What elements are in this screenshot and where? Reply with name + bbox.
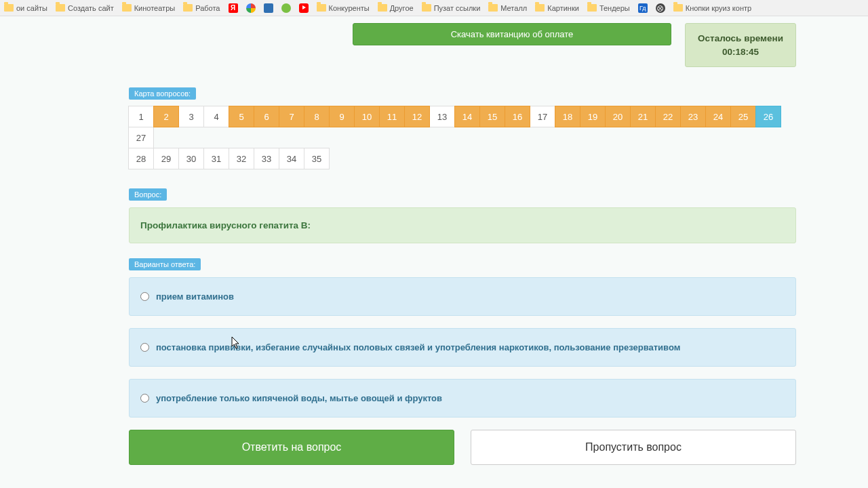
folder-icon	[587, 4, 597, 12]
bookmark-item[interactable]	[299, 3, 309, 13]
question-cell-7[interactable]: 7	[279, 106, 304, 127]
bookmarks-bar: ои сайтыСоздать сайтКинотеатрыРаботаЯКон…	[0, 0, 868, 16]
question-cell-30[interactable]: 30	[178, 148, 204, 169]
question-cell-2[interactable]: 2	[153, 106, 179, 127]
folder-icon	[488, 4, 498, 12]
bookmark-label: Металл	[500, 4, 527, 12]
bookmark-item[interactable]: Пузат ссылки	[422, 4, 481, 12]
question-cell-20[interactable]: 20	[605, 106, 631, 127]
bookmark-item[interactable]: ⨂	[656, 3, 665, 13]
answer-radio[interactable]	[140, 394, 149, 403]
bookmark-item[interactable]: Кинотеатры	[122, 4, 175, 12]
question-cell-29[interactable]: 29	[153, 148, 179, 169]
question-cell-17[interactable]: 17	[530, 106, 555, 127]
question-cell-5[interactable]: 5	[229, 106, 254, 127]
bookmark-label: Создать сайт	[68, 4, 114, 12]
skip-button[interactable]: Пропустить вопрос	[471, 430, 796, 465]
bookmark-item[interactable]: Создать сайт	[56, 4, 114, 12]
question-cell-26[interactable]: 26	[755, 106, 781, 127]
answer-radio[interactable]	[140, 292, 149, 301]
bookmark-label: Кинотеатры	[134, 4, 175, 12]
timer-box: Осталось времени 00:18:45	[685, 23, 796, 67]
google-icon	[246, 3, 256, 13]
download-receipt-button[interactable]: Скачать квитанцию об оплате	[353, 23, 671, 45]
question-cell-25[interactable]: 25	[730, 106, 756, 127]
question-cell-12[interactable]: 12	[404, 106, 430, 127]
bookmark-label: Картинки	[547, 4, 579, 12]
answer-option[interactable]: постановка прививки, избегание случайных…	[129, 328, 796, 367]
question-chip: Вопрос:	[129, 188, 167, 201]
answer-text: постановка прививки, избегание случайных…	[156, 342, 680, 352]
question-cell-10[interactable]: 10	[354, 106, 380, 127]
question-cell-31[interactable]: 31	[203, 148, 229, 169]
folder-icon	[317, 4, 326, 12]
folder-icon	[122, 4, 132, 12]
bookmark-item[interactable]	[246, 3, 256, 13]
question-cell-14[interactable]: 14	[454, 106, 480, 127]
question-cell-27[interactable]: 27	[128, 127, 154, 148]
bookmark-item[interactable]: ои сайты	[4, 4, 47, 12]
question-cell-33[interactable]: 33	[254, 148, 279, 169]
bookmark-item[interactable]	[281, 3, 291, 13]
bookmark-item[interactable]: Кнопки круиз контр	[673, 4, 751, 12]
bookmark-label: Конкуренты	[329, 4, 370, 12]
bookmark-label: Тендеры	[599, 4, 630, 12]
site-icon	[264, 3, 273, 13]
bookmark-label: ои сайты	[16, 4, 47, 12]
question-cell-21[interactable]: 21	[630, 106, 656, 127]
bookmark-item[interactable]	[264, 3, 273, 13]
question-cell-15[interactable]: 15	[479, 106, 505, 127]
folder-icon	[535, 4, 545, 12]
site-icon	[281, 3, 291, 13]
question-cell-16[interactable]: 16	[505, 106, 530, 127]
question-cell-35[interactable]: 35	[304, 148, 330, 169]
folder-icon	[422, 4, 431, 12]
answer-option[interactable]: употребление только кипяченой воды, мыть…	[129, 379, 796, 418]
question-cell-13[interactable]: 13	[429, 106, 455, 127]
top-row: Скачать квитанцию об оплате Осталось вре…	[129, 16, 796, 67]
bookmark-item[interactable]: Гд	[638, 3, 648, 13]
youtube-icon	[299, 3, 309, 13]
question-map-chip: Карта вопросов:	[129, 87, 196, 100]
bookmark-item[interactable]: Картинки	[535, 4, 579, 12]
answer-option[interactable]: прием витаминов	[129, 277, 796, 316]
question-cell-19[interactable]: 19	[580, 106, 606, 127]
question-cell-24[interactable]: 24	[705, 106, 731, 127]
bookmark-label: Кнопки круиз контр	[686, 4, 751, 12]
question-cell-22[interactable]: 22	[655, 106, 681, 127]
question-cell-1[interactable]: 1	[128, 106, 154, 127]
folder-icon	[378, 4, 387, 12]
site-icon: Гд	[638, 3, 648, 13]
folder-icon	[673, 4, 683, 12]
question-cell-9[interactable]: 9	[329, 106, 355, 127]
bookmark-item[interactable]: Я	[229, 3, 238, 13]
bookmark-label: Работа	[195, 4, 220, 12]
folder-icon	[183, 4, 193, 12]
question-cell-6[interactable]: 6	[254, 106, 279, 127]
question-map: 1234567891011121314151617181920212223242…	[129, 106, 796, 169]
question-cell-4[interactable]: 4	[203, 106, 229, 127]
question-cell-34[interactable]: 34	[279, 148, 304, 169]
bookmark-item[interactable]: Работа	[183, 4, 220, 12]
bookmark-item[interactable]: Конкуренты	[317, 4, 370, 12]
question-cell-32[interactable]: 32	[229, 148, 254, 169]
answer-radio[interactable]	[140, 343, 149, 352]
question-cell-28[interactable]: 28	[128, 148, 154, 169]
timer-value: 00:18:45	[698, 45, 783, 59]
question-cell-23[interactable]: 23	[680, 106, 706, 127]
question-cell-18[interactable]: 18	[555, 106, 580, 127]
answer-text: прием витаминов	[156, 291, 234, 302]
question-cell-3[interactable]: 3	[178, 106, 204, 127]
answers-chip: Варианты ответа:	[129, 258, 201, 270]
bookmark-item[interactable]: Металл	[488, 4, 527, 12]
yandex-icon: Я	[229, 3, 238, 13]
button-row: Ответить на вопрос Пропустить вопрос	[129, 430, 796, 465]
question-cell-11[interactable]: 11	[379, 106, 405, 127]
folder-icon	[56, 4, 65, 12]
bookmark-item[interactable]: Тендеры	[587, 4, 630, 12]
answer-button[interactable]: Ответить на вопрос	[129, 430, 454, 465]
timer-label: Осталось времени	[698, 32, 783, 45]
bookmark-item[interactable]: Другое	[378, 4, 414, 12]
answer-text: употребление только кипяченой воды, мыть…	[156, 393, 442, 403]
question-cell-8[interactable]: 8	[304, 106, 330, 127]
